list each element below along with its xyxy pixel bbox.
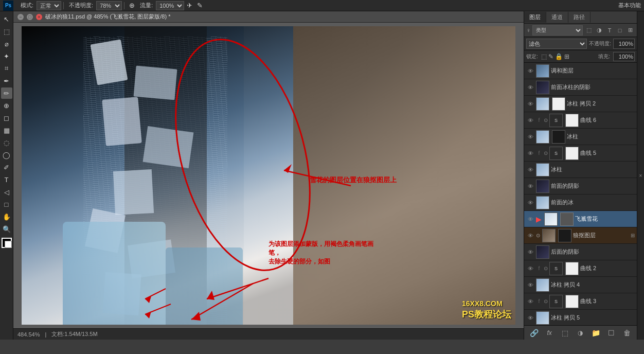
layer-mask-thumbnail xyxy=(552,97,565,111)
panel-close-strip[interactable]: × xyxy=(637,11,644,340)
crop-tool[interactable]: ⌗ xyxy=(1,63,12,74)
layer-row[interactable]: 👁 冰柱 拷贝 5 xyxy=(524,310,637,325)
layer-visibility-icon[interactable]: 👁 xyxy=(526,232,534,240)
layers-list[interactable]: 👁 调和图层 👁 前面冰柱的阴影 👁 冰柱 拷贝 2 👁 f xyxy=(524,63,637,325)
tab-paths[interactable]: 路径 xyxy=(568,12,591,23)
text-filter-icon[interactable]: T xyxy=(605,26,614,35)
layer-row[interactable]: 👁 冰柱 拷贝 2 xyxy=(524,96,637,112)
layer-name: 曲线 6 xyxy=(580,116,635,124)
flow-select[interactable]: 100% xyxy=(156,1,184,10)
add-mask-button[interactable]: ⬚ xyxy=(559,327,571,339)
fill-input[interactable] xyxy=(613,52,635,61)
eraser-tool[interactable]: ◻ xyxy=(1,112,12,123)
foreground-color[interactable] xyxy=(2,238,12,248)
layer-thumbnail xyxy=(536,97,549,111)
canvas-title: 破冰的狼11.psd @ 485% (飞溅雪花, 图层蒙版/8) * xyxy=(45,13,520,21)
opacity-input[interactable] xyxy=(613,39,635,49)
brush-tool[interactable]: ✏ xyxy=(1,87,12,99)
layer-effects-button[interactable]: fx xyxy=(543,327,556,339)
tab-channels[interactable]: 通道 xyxy=(546,12,568,23)
lock-artboard-icon[interactable]: ⊞ xyxy=(564,53,569,60)
layer-visibility-icon[interactable]: 👁 xyxy=(526,182,534,190)
layer-type-filter[interactable]: 类型 xyxy=(532,25,583,36)
separator-1 xyxy=(63,2,64,9)
select-tool[interactable]: ⬚ xyxy=(1,26,12,37)
lock-pixels-icon[interactable]: ⬚ xyxy=(541,53,547,60)
layer-fx-icon: ⊙ xyxy=(544,298,548,304)
path-select-tool[interactable]: ◁ xyxy=(1,186,12,198)
annotation-text-1: 雪花的图层位置在狼抠图层上 xyxy=(310,175,397,185)
layer-link-icon: f xyxy=(536,117,542,123)
separator-2 xyxy=(124,2,124,9)
zoom-tool[interactable]: 🔍 xyxy=(1,223,12,235)
layer-visibility-icon[interactable]: 👁 xyxy=(526,166,534,174)
layer-row[interactable]: 👁 冰柱 xyxy=(524,129,637,145)
pen-tool[interactable]: ✐ xyxy=(1,162,12,173)
watermark: 16XX8.COM PS教程论坛 xyxy=(462,299,511,321)
layer-row[interactable]: 👁 f ⊙ S 曲线 3 xyxy=(524,293,637,310)
hand-tool[interactable]: ✋ xyxy=(1,211,12,222)
layer-visibility-icon[interactable]: 👁 xyxy=(526,100,534,108)
clone-tool[interactable]: ⊕ xyxy=(1,100,12,111)
opacity-bar-label: 不透明度: xyxy=(589,40,611,47)
layer-row[interactable]: 👁 冰柱 xyxy=(524,162,637,178)
add-adjustment-button[interactable]: ◑ xyxy=(574,327,586,339)
delete-layer-button[interactable]: 🗑 xyxy=(621,327,633,339)
layer-row[interactable]: 👁 f ⊙ S 曲线 5 xyxy=(524,145,637,162)
shape-filter-icon[interactable]: □ xyxy=(615,26,624,35)
layer-visibility-icon[interactable]: 👁 xyxy=(526,297,534,306)
pixel-filter-icon[interactable]: ⬚ xyxy=(584,26,594,35)
dodge-tool[interactable]: ◯ xyxy=(1,149,12,161)
lasso-tool[interactable]: ⌀ xyxy=(1,38,12,49)
layer-row[interactable]: 👁 ⊙ 狼抠图层 ⊞ xyxy=(524,227,637,244)
magic-wand-tool[interactable]: ✦ xyxy=(1,50,12,62)
layer-row[interactable]: 👁 调和图层 xyxy=(524,63,637,79)
eyedropper-tool[interactable]: ✒ xyxy=(1,75,12,86)
layer-visibility-icon[interactable]: 👁 xyxy=(526,67,534,75)
lock-all-icon[interactable]: 🔒 xyxy=(555,53,563,60)
layer-visibility-icon[interactable]: 👁 xyxy=(526,199,534,207)
layer-visibility-icon[interactable]: 👁 xyxy=(526,248,534,256)
window-close[interactable]: × xyxy=(36,14,42,20)
layer-row[interactable]: 👁 前面冰柱的阴影 xyxy=(524,79,637,96)
layer-thumbnail xyxy=(536,245,549,259)
link-layers-button[interactable]: 🔗 xyxy=(528,327,540,339)
window-minimize[interactable]: − xyxy=(17,14,24,20)
layer-visibility-icon[interactable]: 👁 xyxy=(526,83,534,92)
zoom-level: 484.54% xyxy=(17,331,40,338)
new-layer-button[interactable]: ☐ xyxy=(605,327,618,339)
layer-row-active[interactable]: 👁 ▶ 飞溅雪花 xyxy=(524,211,637,227)
layer-visibility-icon[interactable]: 👁 xyxy=(526,281,534,289)
layer-name: 曲线 2 xyxy=(580,264,635,272)
layer-row[interactable]: 👁 f ⊙ S 曲线 6 xyxy=(524,112,637,129)
blend-mode-select[interactable]: 正常 xyxy=(37,1,61,10)
layer-thumbnail xyxy=(544,213,558,226)
layer-visibility-icon[interactable]: 👁 xyxy=(526,149,534,157)
blur-tool[interactable]: ◌ xyxy=(1,137,12,148)
window-maximize[interactable]: □ xyxy=(27,14,33,20)
lock-position-icon[interactable]: ✎ xyxy=(548,53,553,60)
new-group-button[interactable]: 📁 xyxy=(590,327,602,339)
canvas-area[interactable]: 雪花的图层位置在狼抠图层上 为该图层添加蒙版，用褐色柔角画笔画笔，去除生硬的部分… xyxy=(13,23,524,328)
layer-row[interactable]: 👁 前面的阴影 xyxy=(524,178,637,194)
adj-filter-icon[interactable]: ◑ xyxy=(595,26,604,35)
layer-visibility-icon[interactable]: 👁 xyxy=(526,133,534,141)
layer-blend-mode[interactable]: 滤色 xyxy=(526,39,587,49)
layer-row[interactable]: 👁 f ⊙ S 曲线 2 xyxy=(524,260,637,277)
text-tool[interactable]: T xyxy=(1,174,12,185)
smart-filter-icon[interactable]: ⊞ xyxy=(625,26,635,35)
layer-visibility-icon[interactable]: 👁 xyxy=(526,116,534,125)
layer-visibility-icon[interactable]: 👁 xyxy=(526,264,534,273)
layer-row[interactable]: 👁 冰柱 拷贝 4 xyxy=(524,277,637,293)
layer-name: 冰柱 拷贝 4 xyxy=(551,281,635,289)
tab-layers[interactable]: 图层 xyxy=(524,12,546,23)
layer-row[interactable]: 👁 前面的冰 xyxy=(524,194,637,211)
layer-visibility-icon[interactable]: 👁 xyxy=(526,314,534,322)
shape-tool[interactable]: □ xyxy=(1,199,12,210)
gradient-tool[interactable]: ▦ xyxy=(1,125,12,136)
layer-row[interactable]: 👁 后面的阴影 xyxy=(524,244,637,260)
move-tool[interactable]: ↖ xyxy=(1,13,12,25)
opacity-select[interactable]: 78% xyxy=(96,1,122,10)
layer-visibility-icon[interactable]: 👁 xyxy=(526,215,534,223)
fill-label: 填充: xyxy=(598,53,610,60)
